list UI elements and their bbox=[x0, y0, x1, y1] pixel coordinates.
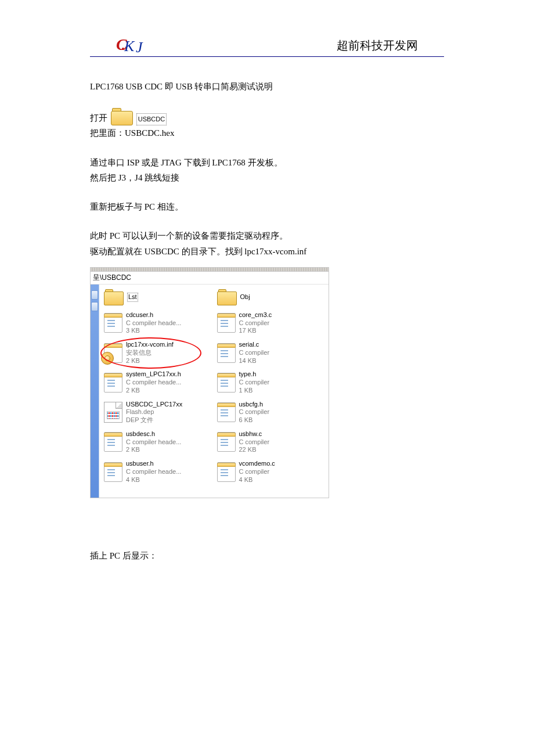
file-meta: 6 KB bbox=[239, 416, 270, 424]
file-name: usbcfg.h bbox=[239, 401, 270, 409]
file-meta: DEP 文件 bbox=[126, 416, 182, 424]
text-file-icon bbox=[104, 462, 122, 482]
file-meta: 17 KB bbox=[239, 327, 272, 335]
hex-line: 把里面：USBCDC.hex bbox=[90, 125, 444, 141]
file-meta: C compiler bbox=[239, 349, 270, 357]
file-text: usbhw.cC compiler22 KB bbox=[239, 430, 270, 454]
file-name: cdcuser.h bbox=[126, 311, 181, 319]
text-file-icon bbox=[217, 462, 236, 482]
file-meta: C compiler bbox=[239, 379, 270, 387]
text-file-icon bbox=[104, 373, 122, 393]
file-item[interactable]: system_LPC17xx.hC compiler heade...2 KB bbox=[104, 370, 211, 394]
file-item[interactable]: type.hC compiler1 KB bbox=[217, 370, 324, 394]
logo-icon: C K J bbox=[116, 35, 151, 55]
file-text: usbuser.hC compiler heade...4 KB bbox=[126, 460, 181, 484]
file-text: serial.cC compiler14 KB bbox=[239, 341, 270, 365]
file-text: type.hC compiler1 KB bbox=[239, 370, 270, 394]
text-file-icon bbox=[217, 343, 236, 363]
sidebar-knob-icon bbox=[91, 290, 98, 300]
folder-icon bbox=[104, 289, 124, 305]
file-item[interactable]: serial.cC compiler14 KB bbox=[217, 341, 324, 365]
logo: C K J bbox=[90, 35, 151, 55]
file-meta: C compiler bbox=[239, 408, 270, 416]
inf-gear-icon bbox=[104, 343, 122, 363]
p3b: 驱动配置就在 USBCDC 的目录下。找到 lpc17xx-vcom.inf bbox=[90, 244, 444, 259]
folder-icon bbox=[111, 108, 133, 125]
file-meta: 3 KB bbox=[126, 327, 181, 335]
file-name: lpc17xx-vcom.inf bbox=[126, 341, 174, 349]
file-meta: 2 KB bbox=[126, 357, 174, 365]
p2: 重新把板子与 PC 相连。 bbox=[90, 199, 444, 214]
file-text: usbcfg.hC compiler6 KB bbox=[239, 401, 270, 424]
file-meta: C compiler bbox=[239, 438, 270, 447]
text-file-icon bbox=[217, 313, 236, 333]
text-file-icon bbox=[104, 432, 122, 452]
inline-folder: USBCDC bbox=[111, 108, 167, 125]
file-pane[interactable]: LstObjcdcuser.hC compiler heade...3 KBco… bbox=[99, 285, 329, 498]
header: C K J 超前科技开发网 bbox=[90, 35, 444, 57]
file-meta: C compiler heade... bbox=[126, 319, 181, 327]
file-item[interactable]: core_cm3.cC compiler17 KB bbox=[217, 311, 324, 335]
p3a: 此时 PC 可以认到一个新的设备需要指定驱动程序。 bbox=[90, 228, 444, 243]
file-meta: 4 KB bbox=[239, 476, 275, 484]
file-meta: 14 KB bbox=[239, 357, 270, 365]
file-text: vcomdemo.cC compiler4 KB bbox=[239, 460, 275, 484]
file-item[interactable]: Obj bbox=[217, 289, 324, 305]
svg-point-3 bbox=[122, 48, 124, 50]
file-text: cdcuser.hC compiler heade...3 KB bbox=[126, 311, 181, 335]
file-text: Lst bbox=[127, 293, 138, 302]
file-name: USBCDC_LPC17xx bbox=[126, 401, 182, 409]
file-item[interactable]: usbcfg.hC compiler6 KB bbox=[217, 401, 324, 424]
file-meta: 22 KB bbox=[239, 446, 270, 454]
file-meta: C compiler bbox=[239, 468, 275, 476]
footer-line: 插上 PC 后显示： bbox=[90, 550, 444, 561]
file-name: vcomdemo.c bbox=[239, 460, 275, 468]
file-name: core_cm3.c bbox=[239, 311, 272, 319]
file-text: USBCDC_LPC17xxFlash.depDEP 文件 bbox=[126, 401, 182, 424]
p1b: 然后把 J3，J4 跳线短接 bbox=[90, 170, 444, 185]
file-item[interactable]: cdcuser.hC compiler heade...3 KB bbox=[104, 311, 211, 335]
explorer-titlebar bbox=[91, 268, 329, 272]
address-bar[interactable]: 呈\USBCDC bbox=[91, 272, 329, 285]
file-meta: 安装信息 bbox=[126, 349, 174, 357]
svg-text:J: J bbox=[136, 39, 143, 55]
folder-icon bbox=[217, 289, 237, 305]
file-text: lpc17xx-vcom.inf安装信息2 KB bbox=[126, 341, 174, 365]
file-text: system_LPC17xx.hC compiler heade...2 KB bbox=[126, 370, 181, 394]
file-item[interactable]: usbuser.hC compiler heade...4 KB bbox=[104, 460, 211, 484]
file-name: Obj bbox=[240, 293, 250, 301]
file-meta: C compiler heade... bbox=[126, 468, 181, 476]
explorer-sidebar bbox=[91, 285, 99, 498]
file-item[interactable]: usbdesc.hC compiler heade...2 KB bbox=[104, 430, 211, 454]
file-item[interactable]: vcomdemo.cC compiler4 KB bbox=[217, 460, 324, 484]
text-file-icon bbox=[217, 373, 236, 393]
text-file-icon bbox=[104, 313, 122, 333]
file-text: usbdesc.hC compiler heade...2 KB bbox=[126, 430, 181, 454]
text-file-icon bbox=[217, 402, 236, 422]
sidebar-knob-icon bbox=[91, 302, 98, 311]
site-title: 超前科技开发网 bbox=[337, 38, 444, 55]
file-name: usbdesc.h bbox=[126, 430, 181, 438]
p1a: 通过串口 ISP 或是 JTAG 下载到 LPC1768 开发板。 bbox=[90, 155, 444, 170]
file-name: usbhw.c bbox=[239, 430, 270, 438]
file-meta: 2 KB bbox=[126, 387, 181, 395]
file-name: serial.c bbox=[239, 341, 270, 349]
file-item[interactable]: lpc17xx-vcom.inf安装信息2 KB bbox=[104, 341, 211, 365]
file-meta: 2 KB bbox=[126, 446, 181, 454]
article-body: LPC1768 USB CDC 即 USB 转串口简易测试说明 打开 USBCD… bbox=[90, 79, 444, 259]
file-text: Obj bbox=[240, 293, 250, 301]
file-item[interactable]: usbhw.cC compiler22 KB bbox=[217, 430, 324, 454]
file-name: usbuser.h bbox=[126, 460, 181, 468]
text-file-icon bbox=[217, 432, 236, 452]
file-meta: C compiler bbox=[239, 319, 272, 327]
file-item[interactable]: Lst bbox=[104, 289, 211, 305]
file-item[interactable]: USBCDC_LPC17xxFlash.depDEP 文件 bbox=[104, 401, 211, 424]
dep-file-icon bbox=[104, 402, 122, 423]
file-meta: 4 KB bbox=[126, 476, 181, 484]
file-meta: 1 KB bbox=[239, 387, 270, 395]
file-name: system_LPC17xx.h bbox=[126, 370, 181, 379]
file-meta: Flash.dep bbox=[126, 408, 182, 416]
open-line: 打开 USBCDC bbox=[90, 108, 444, 125]
svg-text:K: K bbox=[124, 38, 135, 55]
inline-folder-label: USBCDC bbox=[136, 113, 167, 125]
